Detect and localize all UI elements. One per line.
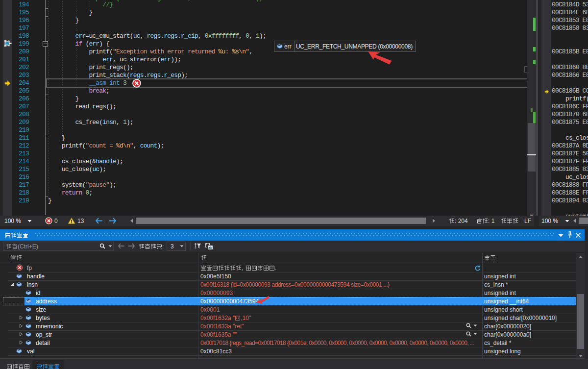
svg-text:ab: ab — [208, 246, 212, 249]
